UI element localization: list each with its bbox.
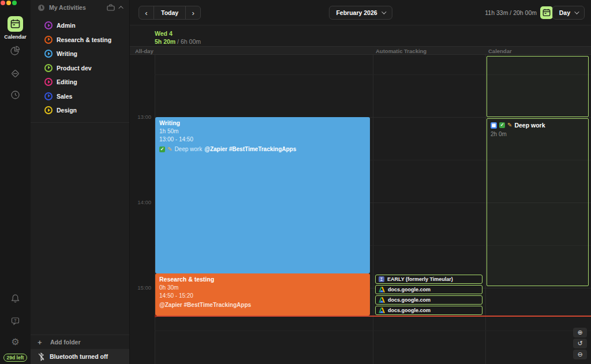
event-research-testing[interactable]: Research & testing 0h 30m 14:50 - 15:20 …: [155, 273, 370, 316]
event-note: @Zapier #BestTimeTrackingApps: [159, 302, 366, 308]
tracking-item-docs-google[interactable]: docs.google.com: [375, 306, 482, 315]
event-title: Writing: [159, 119, 366, 126]
view-mode-selector[interactable]: Day: [552, 6, 585, 20]
briefcase-icon: [107, 4, 115, 11]
activity-item-editing[interactable]: Editing: [31, 75, 129, 89]
google-drive-icon: [379, 307, 385, 313]
bluetooth-off-icon: [38, 352, 45, 361]
day-goal-time: / 6h 00m: [175, 38, 201, 45]
day-time-summary: 5h 20m / 6h 00m: [155, 38, 201, 45]
activity-label: Design: [57, 107, 77, 114]
play-activity-icon: [44, 50, 53, 58]
calendar-column-label: Calendar: [488, 48, 512, 54]
event-duration: 1h 50m: [159, 127, 366, 136]
bell-icon: [10, 294, 20, 303]
calendar-view-toggle-button[interactable]: [540, 6, 553, 19]
settings-button[interactable]: ⚙: [0, 335, 31, 349]
notifications-button[interactable]: [0, 291, 31, 305]
calendar-emoji-icon: [491, 122, 497, 129]
tracking-item-docs-google[interactable]: docs.google.com: [375, 285, 482, 294]
tracking-item-label: EARLY (formerly Timeular): [387, 276, 453, 282]
month-selector[interactable]: February 2026: [328, 6, 392, 20]
next-day-button[interactable]: ›: [186, 6, 200, 19]
chevron-down-icon: [574, 9, 579, 14]
minimize-window-button[interactable]: [6, 1, 11, 5]
event-time-range: 14:50 - 15:20: [159, 292, 366, 300]
activity-item-product-dev[interactable]: Product dev: [31, 61, 129, 76]
play-activity-icon: [44, 78, 53, 86]
google-drive-icon: [379, 287, 385, 292]
archive-button[interactable]: [107, 4, 115, 11]
activity-label: Writing: [57, 50, 77, 57]
calendar-icon: [10, 19, 20, 29]
diamond-icon: [10, 68, 21, 79]
zoom-reset-button[interactable]: ↺: [573, 339, 587, 348]
plus-icon: +: [38, 338, 46, 347]
close-window-button[interactable]: [1, 1, 5, 5]
calendar-event-title-row: ✓ ✎ Deep work: [491, 122, 585, 129]
toolbar: ‹ Today › February 2026 11h 33m / 20h 00…: [130, 0, 591, 25]
calendar-event-earlier[interactable]: [487, 56, 589, 117]
activity-item-admin[interactable]: Admin: [31, 18, 129, 33]
tracked-total-label: 11h 33m / 20h 00m: [485, 9, 537, 16]
calendar-icon: [543, 9, 551, 17]
today-button[interactable]: Today: [154, 6, 186, 19]
history-tab-button[interactable]: [0, 88, 31, 102]
bluetooth-status-row[interactable]: Bluetooth turned off: [31, 349, 129, 364]
month-label: February 2026: [336, 9, 377, 16]
help-feedback-button[interactable]: ?: [0, 314, 31, 328]
activities-header: My Activities: [31, 0, 129, 15]
sidebar: My Activities Admin Research & testing W…: [31, 0, 130, 364]
play-activity-icon: [44, 106, 53, 114]
chevron-down-icon: [381, 9, 386, 14]
event-title: Research & testing: [159, 276, 366, 283]
add-folder-label: Add folder: [50, 339, 81, 346]
event-writing[interactable]: Writing 1h 50m 13:00 - 14:50 ✓ ✎ Deep wo…: [155, 117, 370, 273]
column-header-strip: All-day Automatic Tracking Calendar: [130, 46, 591, 55]
activities-title: My Activities: [49, 4, 102, 11]
automatic-tracking-column-label: Automatic Tracking: [376, 48, 427, 54]
rules-tab-button[interactable]: [0, 66, 31, 80]
tracking-item-docs-google[interactable]: docs.google.com: [375, 295, 482, 305]
collapse-activities-button[interactable]: [120, 6, 124, 9]
activity-label: Sales: [57, 93, 72, 100]
activity-item-design[interactable]: Design: [31, 103, 129, 118]
play-activity-icon: [44, 64, 53, 72]
time-label-14: 14:00: [130, 199, 151, 205]
day-header: Wed 4 5h 20m / 6h 00m: [130, 25, 591, 46]
reports-tab-button[interactable]: [0, 43, 31, 57]
trial-days-badge[interactable]: 29d left: [3, 354, 27, 362]
zoom-controls: ⊕ ↺ ⊖: [573, 328, 587, 359]
play-activity-icon: [44, 92, 53, 100]
check-emoji-icon: ✓: [499, 122, 505, 128]
day-tracked-time: 5h 20m: [155, 38, 175, 45]
activity-item-sales[interactable]: Sales: [31, 89, 129, 104]
bluetooth-status-label: Bluetooth turned off: [50, 353, 108, 360]
add-folder-button[interactable]: + Add folder: [31, 335, 129, 349]
icon-rail: Calendar ? ⚙ 29d left: [0, 0, 31, 364]
time-label-13: 13:00: [130, 114, 151, 120]
calendar-event-deep-work[interactable]: ✓ ✎ Deep work 2h 0m: [487, 118, 589, 286]
play-activity-icon: [44, 21, 53, 29]
zoom-in-button[interactable]: ⊕: [573, 328, 587, 337]
writing-hand-emoji-icon: ✎: [167, 147, 172, 152]
gear-icon: ⚙: [11, 337, 19, 347]
activity-item-writing[interactable]: Writing: [31, 47, 129, 61]
prev-day-button[interactable]: ‹: [139, 6, 154, 19]
play-activity-icon: [44, 36, 53, 44]
zoom-window-button[interactable]: [12, 1, 17, 5]
early-app-icon: [379, 276, 384, 282]
event-note-text: Deep work: [174, 146, 202, 152]
event-time-range: 13:00 - 14:50: [159, 136, 366, 144]
activity-label: Admin: [57, 22, 76, 29]
activity-item-research-testing[interactable]: Research & testing: [31, 33, 129, 47]
tracking-item-label: docs.google.com: [388, 297, 431, 303]
event-duration: 0h 30m: [159, 284, 366, 292]
activity-label: Research & testing: [57, 36, 111, 43]
calendar-tab-label: Calendar: [0, 34, 31, 40]
tracking-item-early[interactable]: EARLY (formerly Timeular): [375, 275, 482, 284]
svg-text:?: ?: [14, 318, 16, 322]
zoom-out-button[interactable]: ⊖: [573, 350, 587, 359]
calendar-tab-button[interactable]: [8, 16, 23, 32]
check-emoji-icon: ✓: [159, 147, 165, 152]
